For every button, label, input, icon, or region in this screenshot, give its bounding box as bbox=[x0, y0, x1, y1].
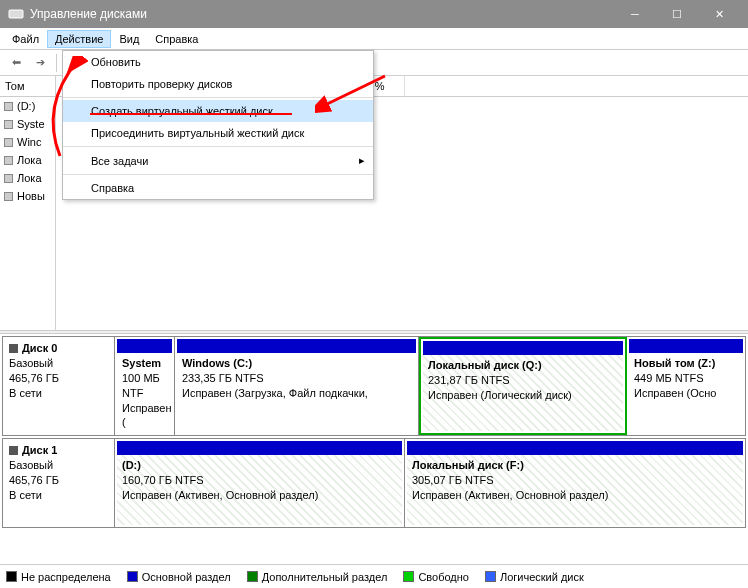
nav-fwd-icon[interactable]: ➔ bbox=[31, 54, 49, 72]
minimize-button[interactable]: ─ bbox=[614, 0, 656, 28]
menubar: Файл Действие Вид Справка bbox=[0, 28, 748, 50]
action-dropdown: Обновить Повторить проверку дисков Созда… bbox=[62, 50, 374, 200]
disk-info[interactable]: Диск 1 Базовый 465,76 ГБ В сети bbox=[3, 439, 115, 527]
menuitem-all-tasks[interactable]: Все задачи▸ bbox=[63, 149, 373, 172]
disk-partition-bar: (D:)160,70 ГБ NTFSИсправен (Активен, Осн… bbox=[115, 439, 746, 527]
drive-icon bbox=[4, 174, 13, 183]
disk-info[interactable]: Диск 0 Базовый 465,76 ГБ В сети bbox=[3, 337, 115, 435]
legend-logical: Логический диск bbox=[485, 571, 584, 583]
partition[interactable]: Локальный диск (F:)305,07 ГБ NTFSИсправе… bbox=[405, 439, 746, 527]
menu-action[interactable]: Действие bbox=[47, 30, 111, 48]
partition[interactable]: (D:)160,70 ГБ NTFSИсправен (Активен, Осн… bbox=[115, 439, 405, 527]
svg-rect-0 bbox=[9, 10, 23, 18]
separator bbox=[63, 97, 373, 98]
disk-state: В сети bbox=[9, 386, 108, 401]
separator bbox=[63, 174, 373, 175]
disk-state: В сети bbox=[9, 488, 108, 503]
drive-icon bbox=[4, 102, 13, 111]
disk-row: Диск 1 Базовый 465,76 ГБ В сети (D:)160,… bbox=[2, 438, 746, 528]
drive-icon bbox=[4, 138, 13, 147]
disk-type: Базовый bbox=[9, 458, 108, 473]
partition-header bbox=[407, 441, 743, 455]
disk-icon bbox=[9, 446, 18, 455]
volume-row[interactable]: Лока bbox=[0, 151, 55, 169]
volume-row[interactable]: Новы bbox=[0, 187, 55, 205]
chevron-right-icon: ▸ bbox=[359, 154, 365, 167]
menuitem-refresh[interactable]: Обновить bbox=[63, 51, 373, 73]
partition-header bbox=[117, 441, 402, 455]
maximize-button[interactable]: ☐ bbox=[656, 0, 698, 28]
volume-row[interactable]: Лока bbox=[0, 169, 55, 187]
menuitem-create-vhd[interactable]: Создать виртуальный жесткий диск bbox=[63, 100, 373, 122]
legend-free: Свободно bbox=[403, 571, 469, 583]
volume-name-column: Том (D:) Syste Winc Лока Лока Новы bbox=[0, 76, 56, 330]
drive-icon bbox=[4, 156, 13, 165]
titlebar: Управление дисками ─ ☐ ✕ bbox=[0, 0, 748, 28]
window-title: Управление дисками bbox=[30, 7, 614, 21]
nav-back-icon[interactable]: ⬅ bbox=[7, 54, 25, 72]
partition[interactable]: Новый том (Z:)449 МБ NTFSИсправен (Осно bbox=[627, 337, 746, 435]
menu-view[interactable]: Вид bbox=[111, 30, 147, 48]
volume-row[interactable]: (D:) bbox=[0, 97, 55, 115]
partition[interactable]: Windows (C:)233,35 ГБ NTFSИсправен (Загр… bbox=[175, 337, 419, 435]
separator bbox=[63, 146, 373, 147]
partition-header bbox=[117, 339, 172, 353]
menuitem-help[interactable]: Справка bbox=[63, 177, 373, 199]
menuitem-rescan[interactable]: Повторить проверку дисков bbox=[63, 73, 373, 95]
disk-row: Диск 0 Базовый 465,76 ГБ В сети System10… bbox=[2, 336, 746, 436]
disk-size: 465,76 ГБ bbox=[9, 371, 108, 386]
volume-row[interactable]: Winc bbox=[0, 133, 55, 151]
app-icon bbox=[8, 6, 24, 22]
col-header-volume[interactable]: Том bbox=[0, 76, 55, 97]
separator bbox=[56, 54, 57, 72]
legend-unallocated: Не распределена bbox=[6, 571, 111, 583]
drive-icon bbox=[4, 192, 13, 201]
partition-header bbox=[177, 339, 416, 353]
drive-icon bbox=[4, 120, 13, 129]
close-button[interactable]: ✕ bbox=[698, 0, 740, 28]
menu-file[interactable]: Файл bbox=[4, 30, 47, 48]
menu-help[interactable]: Справка bbox=[147, 30, 206, 48]
legend-extended: Дополнительный раздел bbox=[247, 571, 388, 583]
legend: Не распределена Основной раздел Дополнит… bbox=[0, 564, 748, 588]
partition-header bbox=[423, 341, 623, 355]
disk-size: 465,76 ГБ bbox=[9, 473, 108, 488]
legend-primary: Основной раздел bbox=[127, 571, 231, 583]
partition[interactable]: System100 МБ NTFИсправен ( bbox=[115, 337, 175, 435]
menuitem-attach-vhd[interactable]: Присоединить виртуальный жесткий диск bbox=[63, 122, 373, 144]
annotation-underline bbox=[90, 113, 292, 115]
disk-map-pane: Диск 0 Базовый 465,76 ГБ В сети System10… bbox=[0, 334, 748, 562]
disk-icon bbox=[9, 344, 18, 353]
disk-type: Базовый bbox=[9, 356, 108, 371]
partition-selected[interactable]: Локальный диск (Q:)231,87 ГБ NTFSИсправе… bbox=[419, 337, 627, 435]
partition-header bbox=[629, 339, 743, 353]
disk-partition-bar: System100 МБ NTFИсправен ( Windows (C:)2… bbox=[115, 337, 746, 435]
volume-row[interactable]: Syste bbox=[0, 115, 55, 133]
